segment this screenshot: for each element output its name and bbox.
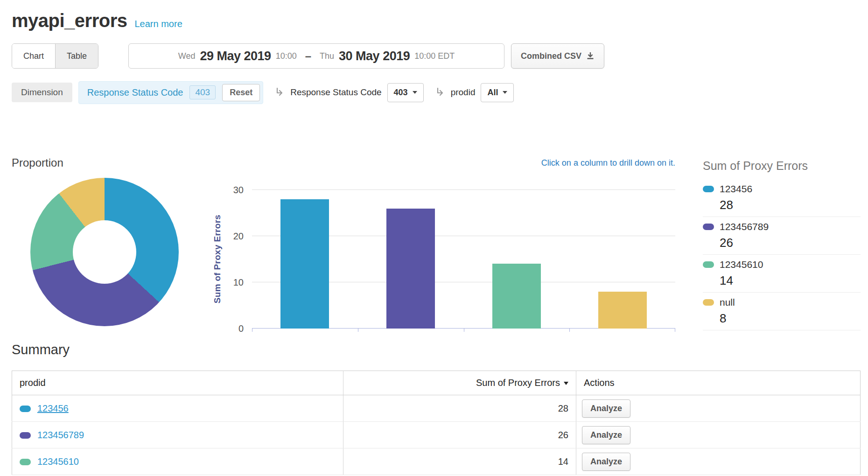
y-axis-tick-label: 10 bbox=[233, 277, 244, 288]
analyze-button[interactable]: Analyze bbox=[582, 399, 630, 418]
bar-123456[interactable] bbox=[280, 199, 329, 329]
combined-csv-button[interactable]: Combined CSV bbox=[511, 43, 604, 69]
status-code-dropdown-value: 403 bbox=[394, 88, 408, 98]
y-axis-tick-label: 0 bbox=[238, 323, 244, 334]
table-row: 12345678926Analyze bbox=[12, 422, 861, 448]
donut-hole bbox=[73, 220, 136, 284]
legend-label: 123456789 bbox=[720, 221, 769, 232]
table-header-row: prodid Sum of Proxy Errors Actions bbox=[12, 371, 861, 395]
page-header: myapi_errors Learn more bbox=[12, 10, 861, 31]
legend-value: 14 bbox=[720, 273, 861, 288]
prodid-link[interactable]: 12345610 bbox=[37, 456, 79, 467]
drilldown-status-code-label: Response Status Code bbox=[290, 87, 381, 98]
summary-table: prodid Sum of Proxy Errors Actions 12345… bbox=[12, 371, 861, 475]
legend-swatch bbox=[703, 261, 714, 268]
bar-chart: 0102030 bbox=[252, 190, 675, 329]
row-swatch bbox=[20, 432, 31, 439]
start-time: 10:00 bbox=[276, 51, 297, 61]
bar-12345610[interactable] bbox=[492, 264, 541, 329]
toolbar: Chart Table Wed 29 May 2019 10:00 – Thu … bbox=[12, 43, 861, 69]
sort-desc-icon bbox=[564, 382, 568, 385]
x-axis-tick bbox=[675, 329, 675, 332]
row-swatch bbox=[20, 406, 31, 412]
prodid-dropdown[interactable]: All bbox=[481, 83, 514, 102]
end-day: Thu bbox=[320, 51, 334, 61]
chart-legend: Sum of Proxy Errors 12345628123456789261… bbox=[703, 159, 861, 330]
chart-view-button[interactable]: Chart bbox=[12, 44, 55, 68]
legend-label: 12345610 bbox=[720, 259, 763, 270]
legend-entry: 12345628 bbox=[703, 179, 861, 217]
legend-value: 8 bbox=[720, 311, 861, 326]
analyze-button[interactable]: Analyze bbox=[582, 453, 630, 471]
csv-button-label: Combined CSV bbox=[521, 51, 581, 61]
proportion-label: Proportion bbox=[12, 156, 63, 169]
end-time: 10:00 EDT bbox=[414, 51, 455, 61]
learn-more-link[interactable]: Learn more bbox=[134, 19, 182, 29]
filter-name-label: Response Status Code bbox=[87, 87, 183, 98]
legend-value: 28 bbox=[720, 198, 861, 212]
date-range-separator: – bbox=[305, 49, 311, 63]
drilldown-arrow-icon bbox=[274, 87, 285, 98]
status-code-dropdown[interactable]: 403 bbox=[387, 83, 424, 102]
end-date: 30 May 2019 bbox=[339, 49, 410, 63]
dimension-label: Dimension bbox=[12, 83, 72, 102]
summary-table-body: 12345628Analyze12345678926Analyze1234561… bbox=[12, 395, 861, 475]
drilldown-prodid-label: prodid bbox=[451, 87, 476, 98]
legend-entry: 1234561014 bbox=[703, 255, 861, 293]
legend-title: Sum of Proxy Errors bbox=[703, 159, 861, 173]
start-date: 29 May 2019 bbox=[200, 49, 271, 63]
column-header-sum-label: Sum of Proxy Errors bbox=[476, 378, 560, 388]
table-row: 1234561014Analyze bbox=[12, 448, 861, 475]
y-axis-label: Sum of Proxy Errors bbox=[212, 215, 223, 303]
caret-down-icon bbox=[413, 91, 417, 94]
legend-swatch bbox=[703, 224, 714, 230]
prodid-link[interactable]: 123456 bbox=[37, 403, 69, 413]
row-value: 28 bbox=[343, 395, 576, 422]
table-view-button[interactable]: Table bbox=[55, 44, 98, 68]
row-value: 26 bbox=[343, 422, 576, 448]
download-icon bbox=[586, 52, 595, 60]
legend-label: 123456 bbox=[720, 183, 752, 195]
column-header-sum[interactable]: Sum of Proxy Errors bbox=[343, 371, 576, 395]
start-day: Wed bbox=[178, 51, 196, 61]
report-page: myapi_errors Learn more Chart Table Wed … bbox=[0, 10, 868, 476]
page-title: myapi_errors bbox=[12, 10, 127, 31]
drilldown-arrow-icon bbox=[435, 87, 445, 98]
summary-title: Summary bbox=[12, 342, 861, 357]
gridline-30 bbox=[252, 189, 675, 190]
table-row: 12345628Analyze bbox=[12, 395, 861, 422]
x-axis-tick bbox=[464, 329, 464, 332]
caret-down-icon bbox=[503, 91, 507, 94]
y-axis-tick-label: 20 bbox=[233, 231, 244, 242]
row-value: 14 bbox=[343, 448, 576, 475]
x-axis-tick bbox=[358, 329, 358, 332]
column-header-prodid[interactable]: prodid bbox=[12, 371, 343, 395]
prodid-link[interactable]: 123456789 bbox=[37, 430, 84, 440]
x-axis-tick bbox=[252, 329, 252, 332]
legend-swatch bbox=[703, 186, 714, 192]
legend-value: 26 bbox=[720, 236, 861, 250]
view-toggle: Chart Table bbox=[12, 43, 98, 69]
donut-chart[interactable] bbox=[30, 178, 179, 326]
legend-swatch bbox=[703, 299, 714, 306]
drilldown-hint: Click on a column to drill down on it. bbox=[541, 158, 675, 168]
prodid-dropdown-value: All bbox=[487, 88, 498, 98]
row-swatch bbox=[20, 459, 31, 465]
analyze-button[interactable]: Analyze bbox=[582, 426, 630, 444]
legend-entries: 12345628123456789261234561014null8 bbox=[703, 179, 861, 330]
active-filter-chip: Response Status Code 403 Reset bbox=[78, 81, 263, 104]
legend-label: null bbox=[720, 297, 735, 308]
x-axis-tick bbox=[569, 329, 570, 332]
charts-section: Proportion Click on a column to drill do… bbox=[12, 154, 861, 334]
bar-123456789[interactable] bbox=[386, 209, 435, 329]
column-header-actions: Actions bbox=[576, 371, 861, 395]
filter-row: Dimension Response Status Code 403 Reset… bbox=[12, 82, 861, 103]
reset-filter-button[interactable]: Reset bbox=[222, 84, 260, 101]
bar-null[interactable] bbox=[598, 292, 647, 329]
legend-entry: null8 bbox=[703, 293, 861, 330]
y-axis-tick-label: 30 bbox=[233, 185, 244, 196]
date-range-picker[interactable]: Wed 29 May 2019 10:00 – Thu 30 May 2019 … bbox=[128, 43, 504, 69]
filter-value-badge: 403 bbox=[189, 85, 216, 99]
legend-entry: 12345678926 bbox=[703, 217, 861, 255]
